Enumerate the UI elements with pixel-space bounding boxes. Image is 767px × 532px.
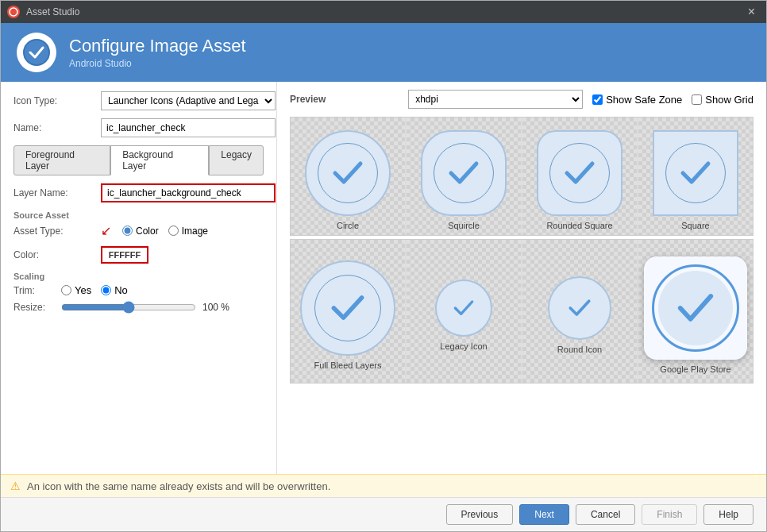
trim-yes-radio[interactable]	[61, 285, 71, 295]
square-icon-wrapper	[653, 130, 738, 216]
legacy-icon-wrapper	[435, 279, 492, 337]
name-input[interactable]	[101, 118, 276, 137]
header-info: Configure Image Asset Android Studio	[69, 36, 246, 69]
circle-label: Circle	[337, 221, 359, 230]
circle-checkmark	[324, 149, 372, 197]
color-swatch[interactable]: FFFFFF	[101, 246, 148, 264]
square-cell: Square	[638, 118, 753, 235]
squircle-checkmark	[440, 149, 488, 197]
name-control	[101, 118, 276, 137]
full-bleed-icon-wrapper	[300, 260, 395, 356]
asset-type-label: Asset Type:	[13, 226, 101, 237]
scaling-label: Scaling	[13, 272, 264, 281]
radio-image[interactable]: Image	[168, 226, 208, 237]
show-safe-zone-label: Show Safe Zone	[606, 94, 682, 106]
squircle-icon-wrapper	[421, 130, 507, 216]
show-grid-label: Show Grid	[705, 94, 754, 106]
next-button[interactable]: Next	[519, 504, 569, 525]
round-icon-wrapper	[548, 276, 611, 340]
layer-name-control	[101, 183, 276, 202]
gps-label: Google Play Store	[660, 364, 730, 374]
radio-color[interactable]: Color	[122, 226, 159, 237]
squircle-label: Squircle	[448, 221, 480, 230]
layer-name-input[interactable]	[101, 183, 276, 202]
left-panel: Icon Type: Launcher Icons (Adaptive and …	[1, 82, 277, 474]
rounded-square-icon-wrapper	[537, 130, 622, 216]
color-row: Color: FFFFFF	[13, 246, 264, 264]
title-bar: Asset Studio ×	[1, 1, 766, 23]
circle-cell: Circle	[291, 118, 405, 235]
warning-icon: ⚠	[10, 480, 21, 492]
svg-point-1	[24, 40, 49, 65]
close-button[interactable]: ×	[743, 3, 760, 21]
trim-no-radio[interactable]	[101, 285, 111, 295]
preview-label: Preview	[290, 94, 326, 105]
round-icon-checkmark	[562, 291, 597, 326]
gps-checkmark	[670, 283, 721, 333]
layer-name-row: Layer Name:	[13, 183, 264, 202]
cancel-button[interactable]: Cancel	[576, 504, 635, 525]
preview-top-row: Circle Squircle	[290, 117, 754, 236]
full-bleed-checkmark	[322, 282, 374, 334]
resize-label: Resize:	[13, 302, 61, 313]
circle-icon	[305, 130, 391, 216]
full-bleed-cell: Full Bleed Layers	[291, 240, 405, 383]
preview-header: Preview xhdpi ldpi mdpi hdpi xxhdpi xxxh…	[290, 90, 754, 109]
radio-image-input[interactable]	[168, 226, 179, 236]
rounded-square-icon	[537, 130, 622, 216]
show-safe-zone-option[interactable]: Show Safe Zone	[592, 94, 682, 106]
full-bleed-icon	[300, 260, 395, 356]
preview-controls: xhdpi ldpi mdpi hdpi xxhdpi xxxhdpi Show…	[408, 90, 754, 109]
square-label: Square	[681, 221, 709, 230]
dpi-select[interactable]: xhdpi ldpi mdpi hdpi xxhdpi xxxhdpi	[408, 90, 583, 109]
resize-row: Resize: 100 %	[13, 301, 264, 314]
tab-foreground[interactable]: Foreground Layer	[13, 145, 110, 175]
gps-icon	[644, 256, 747, 360]
trim-no-option[interactable]: No	[101, 284, 128, 296]
legacy-label: Legacy Icon	[440, 341, 487, 351]
resize-slider[interactable]	[61, 301, 196, 314]
legacy-checkmark	[448, 292, 480, 324]
asset-type-row: Asset Type: ↙ Color Image	[13, 223, 264, 238]
help-button[interactable]: Help	[703, 504, 754, 525]
previous-button[interactable]: Previous	[446, 504, 514, 525]
warning-bar: ⚠ An icon with the same name already exi…	[1, 474, 766, 497]
bottom-bar: Previous Next Cancel Finish Help	[1, 497, 766, 531]
squircle-icon	[421, 130, 507, 216]
layer-name-label: Layer Name:	[13, 187, 101, 199]
icon-type-select[interactable]: Launcher Icons (Adaptive and Legacy)	[101, 91, 276, 110]
preview-bottom-row: Full Bleed Layers Legacy Icon	[290, 239, 754, 384]
tab-background[interactable]: Background Layer	[110, 145, 209, 175]
square-icon	[653, 130, 738, 216]
rounded-square-cell: Rounded Square	[522, 118, 637, 235]
show-grid-option[interactable]: Show Grid	[692, 94, 754, 106]
radio-color-input[interactable]	[122, 226, 133, 236]
gps-inner-circle	[658, 271, 733, 345]
resize-value: 100 %	[202, 302, 229, 313]
main-content: Icon Type: Launcher Icons (Adaptive and …	[1, 82, 766, 474]
dialog-title: Configure Image Asset	[69, 36, 246, 56]
circle-icon-wrapper	[305, 130, 391, 216]
gps-icon-wrapper	[644, 256, 747, 360]
main-window: Asset Studio × Configure Image Asset And…	[0, 0, 767, 532]
trim-options: Yes No	[61, 284, 128, 296]
trim-yes-option[interactable]: Yes	[61, 284, 91, 296]
source-asset-label: Source Asset	[13, 210, 264, 220]
show-safe-zone-checkbox[interactable]	[592, 94, 603, 105]
color-control: FFFFFF	[101, 246, 264, 264]
warning-text: An icon with the same name already exist…	[27, 480, 330, 492]
tab-legacy[interactable]: Legacy	[209, 145, 264, 175]
squircle-cell: Squircle	[407, 118, 521, 235]
trim-row: Trim: Yes No	[13, 284, 264, 296]
round-icon-label: Round Icon	[557, 345, 602, 354]
gps-outer-ring	[652, 264, 739, 352]
finish-button[interactable]: Finish	[642, 504, 697, 525]
legacy-cell: Legacy Icon	[407, 240, 521, 383]
dialog-header: Configure Image Asset Android Studio	[1, 23, 766, 82]
full-bleed-label: Full Bleed Layers	[314, 360, 382, 370]
name-label: Name:	[13, 122, 101, 133]
show-grid-checkbox[interactable]	[692, 94, 702, 105]
round-icon-cell: Round Icon	[522, 240, 637, 383]
rounded-square-checkmark	[556, 149, 603, 197]
color-label: Color:	[13, 249, 101, 260]
